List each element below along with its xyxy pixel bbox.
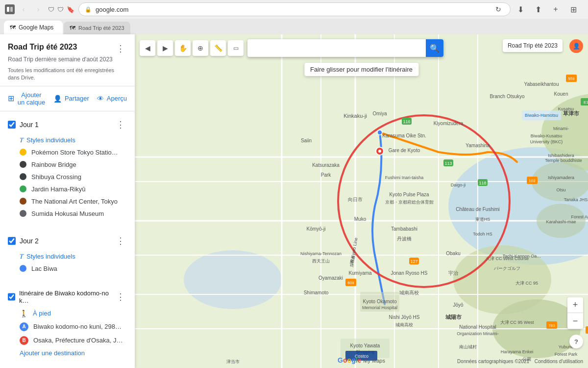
svg-text:Jōyō: Jōyō bbox=[453, 302, 464, 308]
terms-link[interactable]: Conditions d'utilisation bbox=[535, 359, 583, 364]
add-layer-button[interactable]: ⊞ Ajouter un calque bbox=[8, 91, 46, 106]
svg-text:Fushimi Inari-taisha: Fushimi Inari-taisha bbox=[385, 175, 424, 180]
pan-right-button[interactable]: ▶ bbox=[157, 40, 173, 56]
browser-top-bar: ‹ › 🛡 🛡 🔖 🔒 google.com ↻ ⬇ ⬆ + ⊞ bbox=[0, 0, 588, 19]
svg-point-112 bbox=[378, 150, 381, 153]
jour2-styles-link[interactable]: 𝑇 Styles individuels bbox=[0, 250, 135, 263]
svg-text:城陽市: 城陽市 bbox=[445, 314, 462, 320]
transport-item[interactable]: 🚶 À pied bbox=[0, 307, 135, 320]
jour1-name: Jour 1 bbox=[20, 121, 39, 129]
destination-b-icon: B bbox=[20, 336, 28, 345]
list-item[interactable]: Rainbow Bridge bbox=[0, 158, 135, 171]
address-bar[interactable]: 🔒 google.com ↻ bbox=[78, 2, 511, 16]
svg-text:Kumiyama: Kumiyama bbox=[348, 270, 372, 276]
sidebar-more-button[interactable]: ⋮ bbox=[114, 42, 127, 55]
map-hint-text: Faire glisser pour modifier l'itinéraire bbox=[310, 66, 413, 73]
shibuya-crossing-label: Shibuya Crossing bbox=[31, 173, 81, 181]
list-item[interactable]: Jardin Hama-Rikyū bbox=[0, 183, 135, 195]
list-item[interactable]: Sumida Hokusai Museum bbox=[0, 208, 135, 220]
svg-text:Daigo-ji: Daigo-ji bbox=[451, 183, 466, 187]
map-search-button[interactable]: 🔍 bbox=[426, 39, 443, 57]
tab-google-maps[interactable]: 🗺 Google Maps bbox=[4, 21, 63, 34]
preview-icon: 👁 bbox=[97, 95, 104, 103]
list-item[interactable]: Lac Biwa bbox=[0, 263, 135, 275]
add-layer-icon: ⊞ bbox=[8, 94, 14, 103]
roadtrip-tab-button[interactable]: Road Trip été 2023 bbox=[503, 39, 563, 52]
itineraire-more-button[interactable]: ⋮ bbox=[114, 290, 127, 303]
tab-road-trip[interactable]: 🗺 Road Trip été 2023 bbox=[64, 22, 130, 34]
shapes-button[interactable]: ▭ bbox=[228, 40, 244, 56]
svg-text:宇治: 宇治 bbox=[448, 270, 458, 276]
destination-a-icon: A bbox=[20, 322, 28, 331]
tab-favicon-maps: 🗺 bbox=[10, 24, 16, 31]
pan-left-button[interactable]: ◀ bbox=[140, 40, 155, 56]
back-button[interactable]: ‹ bbox=[18, 3, 29, 15]
svg-text:京都・京都府総合体育館: 京都・京都府総合体育館 bbox=[385, 200, 434, 205]
sidebar: Road Trip été 2023 ⋮ Road Trip dernière … bbox=[0, 34, 135, 368]
jour2-checkbox[interactable] bbox=[8, 237, 16, 245]
share-label: Partager bbox=[65, 95, 89, 102]
svg-rect-1 bbox=[10, 7, 13, 12]
forward-button[interactable]: › bbox=[32, 3, 44, 15]
browser-chrome: ‹ › 🛡 🛡 🔖 🔒 google.com ↻ ⬇ ⬆ + ⊞ 🗺 Googl… bbox=[0, 0, 588, 34]
tab-label-maps: Google Maps bbox=[19, 24, 53, 31]
map-attribution: Données cartographiques ©2021 Conditions… bbox=[457, 359, 583, 364]
share-button[interactable]: ⬆ bbox=[532, 3, 544, 15]
map-area[interactable]: Kinkaku-ji Saiin Karasuma Oike Stn. Omiy… bbox=[135, 34, 588, 368]
jour1-checkbox[interactable] bbox=[8, 121, 16, 129]
svg-text:Obaku: Obaku bbox=[446, 251, 460, 256]
svg-text:Yamashina: Yamashina bbox=[466, 143, 490, 148]
new-tab-button[interactable]: + bbox=[550, 3, 562, 15]
share-icon: 👤 bbox=[53, 95, 62, 103]
privacy-icon: 🛡 bbox=[57, 6, 64, 13]
address-text: google.com bbox=[96, 6, 128, 13]
hand-tool-button[interactable]: ✋ bbox=[175, 40, 191, 56]
svg-text:Tambabashi: Tambabashi bbox=[391, 226, 417, 232]
svg-text:城南高校: 城南高校 bbox=[395, 322, 413, 327]
grid-button[interactable]: ⊞ bbox=[567, 3, 579, 15]
svg-text:102: 102 bbox=[529, 179, 536, 183]
svg-text:Saiin: Saiin bbox=[301, 138, 312, 143]
svg-text:南山城村: 南山城村 bbox=[459, 344, 477, 349]
svg-text:Oyamazaki: Oyamazaki bbox=[318, 275, 343, 281]
map-hint: Faire glisser pour modifier l'itinéraire bbox=[304, 63, 418, 76]
zoom-tool-button[interactable]: ⊕ bbox=[193, 40, 208, 56]
national-art-icon bbox=[20, 198, 26, 205]
reload-button[interactable]: ↻ bbox=[492, 3, 504, 15]
map-search-input[interactable] bbox=[251, 44, 426, 52]
jour1-more-button[interactable]: ⋮ bbox=[114, 118, 127, 131]
svg-text:Château de Fushimi: Château de Fushimi bbox=[456, 207, 500, 212]
share-map-button[interactable]: 👤 Partager bbox=[53, 91, 89, 106]
svg-text:Kiyomizudera: Kiyomizudera bbox=[434, 121, 464, 126]
help-button[interactable]: ? bbox=[569, 335, 583, 348]
list-item[interactable]: The National Art Center, Tokyo bbox=[0, 195, 135, 208]
list-item[interactable]: Pokémon Store Tokyo Statio… bbox=[0, 146, 135, 158]
map-nav-buttons: ◀ ▶ ✋ ⊕ 📏 ▭ bbox=[140, 40, 244, 56]
svg-text:Muko: Muko bbox=[354, 216, 367, 222]
pokemon-store-icon bbox=[20, 149, 26, 156]
user-avatar[interactable]: 👤 bbox=[569, 39, 583, 53]
list-item[interactable]: Shibuya Crossing bbox=[0, 171, 135, 183]
svg-text:Park: Park bbox=[321, 172, 332, 178]
list-item[interactable]: B Osaka, Préfecture d'Osaka, J… bbox=[0, 334, 135, 347]
zoom-out-button[interactable]: − bbox=[567, 313, 583, 329]
shield-icon: 🛡 bbox=[48, 6, 54, 13]
download-button[interactable]: ⬇ bbox=[514, 3, 526, 15]
list-item[interactable]: A Biwako kodomo-no kuni, 298… bbox=[0, 320, 135, 334]
jour1-section: Jour 1 ⋮ 𝑇 Styles individuels Pokémon St… bbox=[0, 111, 135, 224]
ruler-button[interactable]: 📏 bbox=[210, 40, 226, 56]
zoom-in-button[interactable]: + bbox=[567, 297, 583, 313]
jour1-styles-link[interactable]: 𝑇 Styles individuels bbox=[0, 134, 135, 146]
jour2-more-button[interactable]: ⋮ bbox=[114, 235, 127, 247]
sidebar-toggle[interactable] bbox=[5, 4, 15, 14]
svg-text:Tanaka JHS: Tanaka JHS bbox=[564, 197, 588, 202]
svg-text:University (BKC): University (BKC) bbox=[530, 139, 563, 144]
add-destination-button[interactable]: Ajouter une destination bbox=[0, 347, 135, 359]
itineraire-checkbox[interactable] bbox=[8, 293, 15, 301]
svg-text:116: 116 bbox=[403, 119, 410, 124]
itineraire-name: Itinéraire de Biwako kodomo-no k… bbox=[19, 289, 114, 304]
walk-icon: 🚶 bbox=[20, 310, 28, 317]
map-search-bar[interactable]: 🔍 bbox=[247, 39, 443, 57]
preview-button[interactable]: 👁 Aperçu bbox=[97, 91, 127, 106]
jardin-icon bbox=[20, 185, 26, 192]
